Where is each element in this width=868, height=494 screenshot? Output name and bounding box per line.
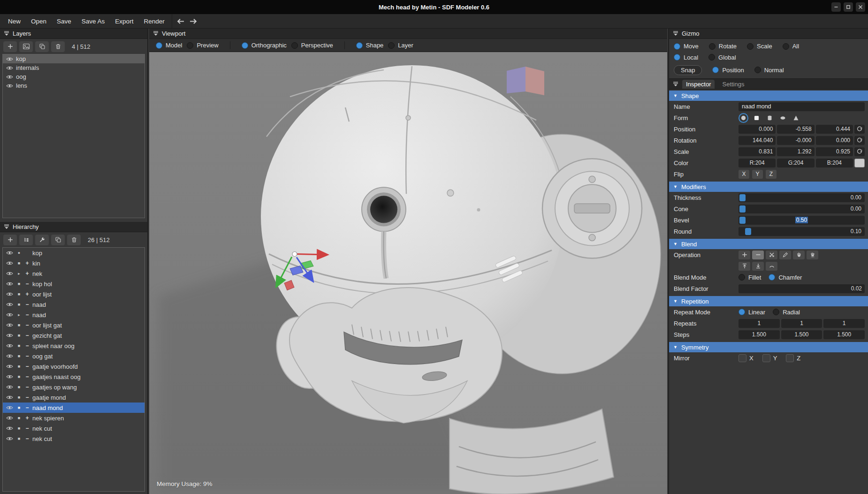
hierarchy-row[interactable]: ■−naad [3,299,145,310]
op-indent-button[interactable] [807,251,818,259]
visibility-eye-icon[interactable] [6,281,13,286]
hierarchy-row[interactable]: ■−gaatjes op wang [3,382,145,392]
flip-z-button[interactable]: Z [766,170,777,179]
repeats-y-field[interactable]: 1 [781,319,822,328]
redo-forward-button[interactable] [187,15,200,27]
hierarchy-row[interactable]: ■−kop hol [3,279,145,289]
visibility-eye-icon[interactable] [6,364,13,369]
gizmo-local-option[interactable]: Local [674,54,698,61]
slider-knob[interactable] [739,205,746,213]
duplicate-shape-button[interactable] [51,235,65,245]
hierarchy-row[interactable]: ▸+nek [3,268,145,279]
repetition-section-header[interactable]: ▼ Repetition [669,296,868,306]
snap-position-option[interactable]: Position [712,67,744,74]
gizmo-panel-header[interactable]: Gizmo [669,29,868,39]
gizmo-origin[interactable] [292,251,297,256]
bevel-slider[interactable]: 0.50 [739,216,865,225]
visibility-eye-icon[interactable] [6,251,13,255]
slider-knob[interactable] [745,228,751,235]
cone-slider[interactable]: 0.00 [739,205,865,213]
repeats-z-field[interactable]: 1 [823,319,865,328]
collapse-icon[interactable] [4,31,9,36]
hierarchy-row[interactable]: ■+oor lijst [3,289,145,299]
flip-x-button[interactable]: X [739,170,749,179]
orientation-view-cube[interactable] [507,67,544,95]
color-b-field[interactable]: B:204 [816,159,853,167]
visibility-eye-icon[interactable] [6,426,13,431]
layer-row[interactable]: lens [3,81,145,90]
hierarchy-row[interactable]: ■+nek spieren [3,413,145,423]
projection-orthographic[interactable]: Orthographic [242,42,287,49]
snap-normal-option[interactable]: Normal [754,67,784,74]
hierarchy-row[interactable]: ■−nek cut [3,433,145,444]
color-r-field[interactable]: R:204 [739,159,776,167]
delete-shape-button[interactable] [67,235,81,245]
visibility-eye-icon[interactable] [6,66,13,70]
repeat-radial-option[interactable]: Radial [773,309,800,316]
round-slider[interactable]: 0.10 [739,227,865,236]
viewport-panel-header[interactable]: Viewport [149,29,667,39]
hierarchy-row[interactable]: ■−nek cut [3,423,145,433]
gizmo-scale-option[interactable]: Scale [747,43,772,50]
menu-export[interactable]: Export [110,14,138,28]
gizmo-rotate-option[interactable]: Rotate [709,43,737,50]
visibility-eye-icon[interactable] [6,302,13,307]
projection-perspective[interactable]: Perspective [291,42,333,49]
slider-knob[interactable] [739,194,746,201]
add-layer-button[interactable] [3,41,17,52]
hierarchy-row[interactable]: ▸−naad [3,310,145,320]
tab-inspector[interactable]: Inspector [682,80,715,89]
maximize-button[interactable] [844,2,853,12]
render-mode-preview[interactable]: Preview [187,42,218,49]
visibility-eye-icon[interactable] [6,312,13,317]
symmetry-section-header[interactable]: ▼ Symmetry [669,342,868,352]
render-mode-model[interactable]: Model [156,42,182,49]
pick-mode-layer[interactable]: Layer [388,42,413,49]
visibility-eye-icon[interactable] [6,395,13,400]
delete-layer-button[interactable] [51,41,65,52]
hierarchy-row[interactable]: ■+kin [3,258,145,268]
hierarchy-row-selected[interactable]: ■−naad mond [3,403,145,413]
scale-x-field[interactable]: 0.831 [739,147,776,156]
op-union-button[interactable] [739,251,750,259]
repeat-linear-option[interactable]: Linear [739,309,765,316]
collapse-icon[interactable] [153,31,159,36]
position-reset-button[interactable] [854,125,865,134]
menu-save[interactable]: Save [52,14,76,28]
visibility-eye-icon[interactable] [6,436,13,441]
visibility-eye-icon[interactable] [6,261,13,266]
visibility-eye-icon[interactable] [6,323,13,327]
flip-y-button[interactable]: Y [752,170,763,179]
op-paint-button[interactable] [779,251,791,259]
modifiers-section-header[interactable]: ▼ Modifiers [669,182,868,192]
layer-row[interactable]: oog [3,72,145,81]
position-z-field[interactable]: 0.444 [816,125,853,134]
hierarchy-row[interactable]: ■−gaatje mond [3,392,145,403]
shape-name-input[interactable]: naad mond [739,102,865,111]
rotation-x-field[interactable]: 144.040 [739,136,776,145]
steps-y-field[interactable]: 1.500 [781,330,822,339]
collapse-icon[interactable] [673,82,678,87]
visibility-eye-icon[interactable] [6,57,13,61]
scale-reset-button[interactable] [854,147,865,156]
form-cone-button[interactable] [791,113,801,123]
gizmo-x-axis[interactable] [297,254,318,254]
visibility-eye-icon[interactable] [6,271,13,276]
steps-x-field[interactable]: 1.500 [739,330,780,339]
op-smooth-button[interactable] [766,262,777,271]
menu-render[interactable]: Render [138,14,169,28]
tools-wrench-button[interactable] [35,235,49,245]
op-displace-button[interactable] [793,251,805,259]
blend-factor-field[interactable]: 0.02 [739,284,865,293]
mirror-y-checkbox[interactable]: Y [762,354,777,362]
visibility-eye-icon[interactable] [6,385,13,389]
form-cylinder-button[interactable] [765,113,775,123]
visibility-eye-icon[interactable] [6,354,13,358]
undo-back-button[interactable] [174,15,187,27]
thickness-slider[interactable]: 0.00 [739,193,865,202]
layers-panel-header[interactable]: Layers [0,29,147,39]
visibility-eye-icon[interactable] [6,416,13,420]
visibility-eye-icon[interactable] [6,292,13,296]
hierarchy-row[interactable]: ■−oog gat [3,351,145,361]
hierarchy-row[interactable]: ■−gezicht gat [3,330,145,341]
